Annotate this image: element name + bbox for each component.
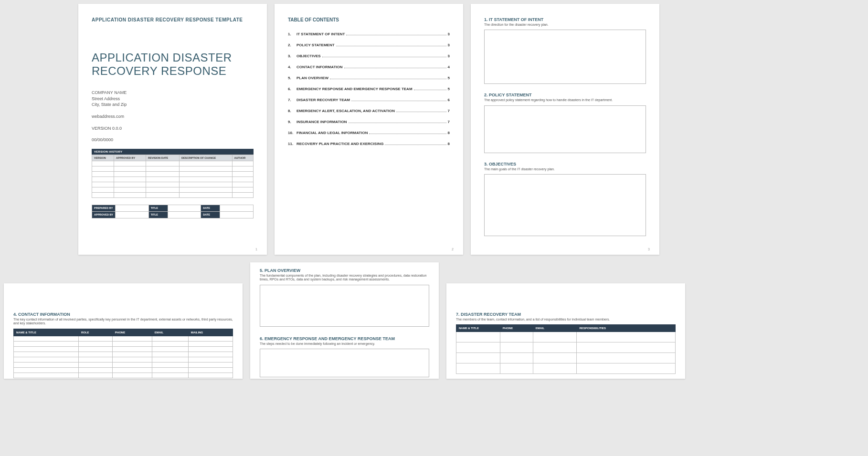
signature-table: PREPARED BY TITLE DATE APPROVED BY TITLE… xyxy=(92,205,254,218)
version-history-title: VERSION HISTORY xyxy=(92,149,254,155)
toc-item: 4.CONTACT INFORMATION4 xyxy=(288,65,450,69)
table-row xyxy=(92,176,254,182)
toc-item: 9.INSURANCE INFORMATION7 xyxy=(288,120,450,124)
version-history-table: VERSION APPROVED BY REVISION DATE DESCRI… xyxy=(92,155,254,198)
section-1-box[interactable] xyxy=(484,30,646,84)
section-3-desc: The main goals of the IT disaster recove… xyxy=(484,167,646,171)
section-1-desc: The direction for the disaster recovery … xyxy=(484,23,646,27)
page-4-contact: 4. CONTACT INFORMATION The key contact i… xyxy=(4,283,243,379)
table-row xyxy=(456,363,676,374)
section-2-desc: The approved policy statement regarding … xyxy=(484,98,646,102)
toc-item: 10.FINANCIAL AND LEGAL INFORMATION8 xyxy=(288,131,450,135)
table-row xyxy=(14,336,233,341)
recovery-team-table: NAME & TITLE PHONE EMAIL RESPONSIBILITIE… xyxy=(456,324,676,374)
table-row xyxy=(14,341,233,346)
table-row xyxy=(92,182,254,187)
page-number: 1 xyxy=(255,248,257,251)
table-row xyxy=(14,367,233,373)
section-7-desc: The members of the team, contact informa… xyxy=(456,318,676,321)
table-row xyxy=(456,332,676,342)
table-row xyxy=(14,362,233,367)
toc-list: 1.IT STATEMENT OF INTENT3 2.POLICY STATE… xyxy=(288,32,450,146)
toc-title: TABLE OF CONTENTS xyxy=(288,17,450,22)
document-title: APPLICATION DISASTER RECOVERY RESPONSE xyxy=(92,51,254,77)
toc-item: 8.EMERGENCY ALERT, ESCALATION, AND ACTIV… xyxy=(288,109,450,113)
table-row xyxy=(14,357,233,362)
page-2-toc: TABLE OF CONTENTS 1.IT STATEMENT OF INTE… xyxy=(275,4,463,255)
section-5-heading: 5. PLAN OVERVIEW xyxy=(260,268,429,273)
section-2-heading: 2. POLICY STATEMENT xyxy=(484,93,646,97)
page-6-recovery-team: 7. DISASTER RECOVERY TEAM The members of… xyxy=(446,283,685,379)
toc-item: 7.DISASTER RECOVERY TEAM6 xyxy=(288,98,450,102)
page-number: 3 xyxy=(648,248,650,251)
table-row xyxy=(14,346,233,352)
section-4-desc: The key contact information of all invol… xyxy=(13,318,233,326)
section-7-heading: 7. DISASTER RECOVERY TEAM xyxy=(456,312,676,317)
section-3-heading: 3. OBJECTIVES xyxy=(484,162,646,166)
table-row xyxy=(92,161,254,166)
table-row xyxy=(92,166,254,171)
toc-item: 11.RECOVERY PLAN PRACTICE AND EXERCISING… xyxy=(288,142,450,146)
page-1-cover: APPLICATION DISASTER RECOVERY RESPONSE T… xyxy=(78,4,267,255)
table-row xyxy=(456,342,676,353)
toc-item: 1.IT STATEMENT OF INTENT3 xyxy=(288,32,450,36)
toc-item: 6.EMERGENCY RESPONSE AND EMERGENCY RESPO… xyxy=(288,87,450,91)
section-6-box[interactable] xyxy=(260,349,429,377)
table-row xyxy=(14,373,233,378)
table-row xyxy=(92,187,254,192)
toc-item: 2.POLICY STATEMENT3 xyxy=(288,43,450,47)
web-address: webaddress.com xyxy=(92,114,254,120)
contact-table: NAME & TITLE ROLE PHONE EMAIL MAILING xyxy=(13,329,233,378)
section-6-desc: The steps needed to be done immediately … xyxy=(260,342,429,346)
section-6-heading: 6. EMERGENCY RESPONSE AND EMERGENCY RESP… xyxy=(260,336,429,341)
version-label: VERSION 0.0.0 xyxy=(92,125,254,132)
toc-item: 3.OBJECTIVES3 xyxy=(288,54,450,58)
table-row xyxy=(92,171,254,176)
template-label: APPLICATION DISASTER RECOVERY RESPONSE T… xyxy=(92,17,254,22)
section-5-box[interactable] xyxy=(260,285,429,327)
toc-item: 5.PLAN OVERVIEW5 xyxy=(288,76,450,80)
section-1-heading: 1. IT STATEMENT OF INTENT xyxy=(484,17,646,22)
section-4-heading: 4. CONTACT INFORMATION xyxy=(13,312,233,317)
date-label: 00/00/0000 xyxy=(92,137,254,143)
page-3-sections: 1. IT STATEMENT OF INTENT The direction … xyxy=(471,4,659,255)
table-row xyxy=(456,353,676,363)
section-5-desc: The fundamental components of the plan, … xyxy=(260,274,429,282)
table-row xyxy=(14,352,233,357)
company-block: COMPANY NAME Street Address City, State … xyxy=(92,90,254,108)
page-number: 2 xyxy=(452,248,454,251)
section-2-box[interactable] xyxy=(484,105,646,153)
page-5-plan: 5. PLAN OVERVIEW The fundamental compone… xyxy=(250,262,439,379)
table-row xyxy=(92,192,254,197)
section-3-box[interactable] xyxy=(484,174,646,236)
